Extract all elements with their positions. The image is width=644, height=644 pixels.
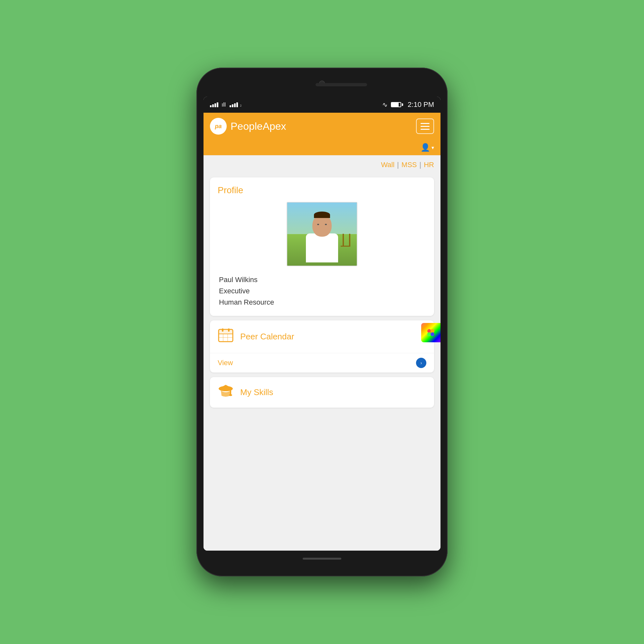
signal2-label: ₂ (240, 102, 242, 107)
profile-department: Human Resource (219, 297, 274, 308)
phone-top-bar (204, 77, 440, 97)
person-body (306, 233, 338, 262)
signal-icon (210, 102, 218, 107)
svg-rect-1 (219, 329, 233, 334)
status-right: ∿ 2:10 PM (382, 100, 434, 109)
home-indicator (303, 558, 341, 560)
signal2-icon (230, 102, 238, 107)
app-header: pa PeopleApex (204, 113, 440, 140)
peer-calendar-view-link[interactable]: View (218, 359, 233, 367)
profile-card: Profile (210, 177, 434, 316)
peer-calendar-title: Peer Calendar (240, 332, 294, 342)
hamburger-button[interactable] (416, 118, 434, 134)
nav-wall-link[interactable]: Wall (381, 161, 394, 169)
app-name: PeopleApex (231, 120, 286, 132)
hamburger-line-2 (421, 126, 430, 127)
phone-bottom (303, 551, 341, 567)
profile-card-title: Profile (218, 185, 243, 195)
side-widget[interactable] (421, 323, 440, 342)
my-skills-card: My Skills (210, 377, 434, 408)
logo-initials: pa (215, 123, 222, 130)
sub-header: 👤 ▾ (204, 140, 440, 156)
hamburger-line-3 (421, 129, 430, 130)
calendar-icon (218, 327, 234, 346)
peer-calendar-arrow-button[interactable]: › (416, 358, 426, 368)
skills-icon (218, 384, 234, 401)
peer-calendar-footer: View › (210, 353, 434, 373)
profile-job-title: Executive (219, 285, 274, 297)
profile-info: Paul Wilkins Executive Human Resource (219, 274, 274, 308)
time-display: 2:10 PM (408, 100, 434, 109)
user-icon: 👤 (421, 143, 430, 152)
wifi-icon: ∿ (382, 101, 388, 109)
phone-speaker (316, 83, 367, 86)
content-area: Profile (204, 174, 440, 551)
hamburger-line-1 (421, 123, 430, 124)
peer-calendar-header: Peer Calendar (210, 320, 434, 353)
signal-label: ıll (222, 101, 226, 108)
nav-links: Wall | MSS | HR (204, 156, 440, 174)
svg-text:›: › (421, 360, 422, 365)
user-menu-button[interactable]: 👤 ▾ (421, 143, 434, 152)
my-skills-title: My Skills (240, 387, 273, 397)
person-figure (303, 211, 341, 266)
logo-circle: pa (210, 118, 227, 135)
phone-frame: ıll ₂ ∿ 2:10 PM (196, 68, 448, 576)
user-caret-icon: ▾ (431, 145, 434, 151)
nav-hr-link[interactable]: HR (424, 161, 434, 169)
svg-point-17 (431, 332, 434, 336)
battery-icon (391, 102, 403, 107)
profile-name: Paul Wilkins (219, 274, 274, 285)
nav-mss-link[interactable]: MSS (402, 161, 417, 169)
app-logo: pa PeopleApex (210, 118, 286, 135)
phone-screen: ıll ₂ ∿ 2:10 PM (204, 97, 440, 551)
peer-calendar-card: Peer Calendar View › (210, 320, 434, 373)
status-left: ıll ₂ (210, 101, 242, 108)
nav-separator-2: | (420, 161, 421, 169)
profile-photo (287, 202, 357, 266)
person-head (312, 214, 332, 237)
status-bar: ıll ₂ ∿ 2:10 PM (204, 97, 440, 113)
svg-rect-3 (222, 328, 223, 332)
svg-rect-4 (228, 328, 230, 332)
nav-separator-1: | (397, 161, 399, 169)
